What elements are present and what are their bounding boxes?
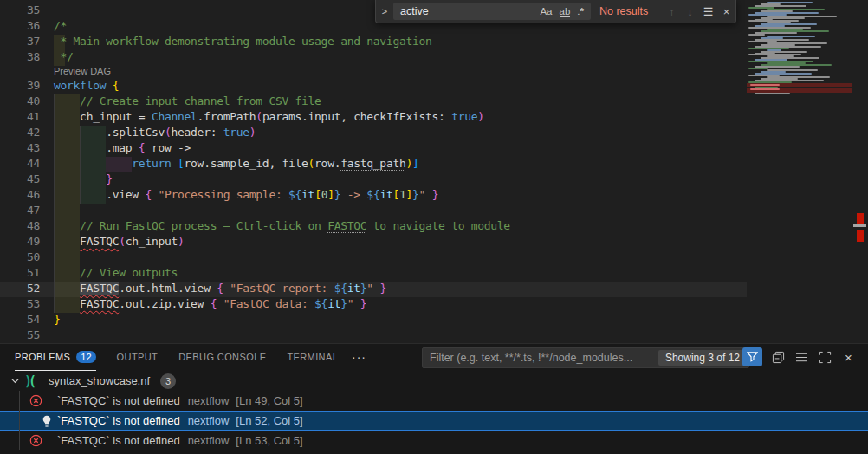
find-query[interactable]: active [400, 5, 536, 17]
problem-source: nextflow [188, 434, 230, 447]
find-in-selection-icon[interactable]: ☰ [699, 5, 717, 18]
problem-message: `FASTQC` is not defined [57, 434, 180, 447]
problem-source: nextflow [188, 394, 230, 407]
code-line[interactable]: 51 // View outputs [0, 266, 747, 282]
code-line[interactable]: 52 FASTQC.out.html.view { "FastQC report… [0, 282, 747, 297]
whole-word-icon[interactable]: ab [556, 5, 574, 17]
indent-tint [54, 250, 80, 266]
code-line[interactable]: 37 * Main workflow demonstrating module … [0, 35, 747, 50]
ruler-cursor-mark [853, 224, 866, 227]
bottom-panel: PROBLEMS12OUTPUTDEBUG CONSOLETERMINAL···… [0, 343, 868, 454]
find-results-status: No results [599, 5, 648, 17]
view-as-table-icon[interactable] [794, 350, 809, 365]
problems-count-badge: 12 [76, 351, 95, 363]
code-line[interactable]: 46 .view { "Processing sample: ${it[0]} … [0, 188, 747, 204]
line-number[interactable]: 47 [0, 204, 40, 217]
code-line-text: .map { row -> [54, 141, 191, 154]
panel-actions: × [771, 347, 856, 366]
codelens-row: Preview DAG [0, 66, 747, 79]
tree-indent-guide [19, 391, 20, 450]
code-line[interactable]: 55 [0, 328, 747, 343]
line-number[interactable]: 38 [0, 50, 40, 63]
line-number[interactable]: 41 [0, 110, 40, 123]
line-number[interactable]: 37 [0, 35, 40, 48]
line-number[interactable]: 36 [0, 19, 40, 32]
code-line-text: return [row.sample_id, file(row.fastq_pa… [54, 157, 419, 170]
chevron-down-icon[interactable] [10, 376, 21, 386]
tab-problems[interactable]: PROBLEMS12 [15, 344, 96, 371]
code-line[interactable]: 42 .splitCsv(header: true) [0, 126, 747, 141]
code-line[interactable]: 43 .map { row -> [0, 141, 747, 157]
problem-row[interactable]: `FASTQC` is not definednextflow[Ln 49, C… [0, 391, 868, 411]
line-number[interactable]: 43 [0, 141, 40, 154]
line-number[interactable]: 45 [0, 172, 40, 185]
code-line[interactable]: 38 */ [0, 50, 747, 66]
codelens-link[interactable]: Preview DAG [54, 66, 111, 76]
code-line-text: // View outputs [54, 266, 178, 279]
panel-header: PROBLEMS12OUTPUTDEBUG CONSOLETERMINAL···… [0, 344, 868, 371]
problems-filter-input[interactable]: Filter (e.g. text, **/*.ts, !**/node_mod… [422, 347, 749, 368]
problems-file-group[interactable]: )(syntax_showcase.nf3 [0, 371, 868, 391]
problem-row[interactable]: `FASTQC` is not definednextflow[Ln 52, C… [0, 411, 868, 431]
line-number[interactable]: 52 [0, 282, 40, 295]
code-line[interactable]: 47 [0, 204, 747, 219]
problems-file-count-badge: 3 [160, 373, 176, 389]
lightbulb-icon[interactable] [40, 414, 54, 428]
code-line[interactable]: 39workflow { [0, 79, 747, 94]
close-panel-icon[interactable]: × [841, 350, 856, 365]
next-match-icon[interactable]: ↓ [681, 5, 699, 18]
find-input[interactable]: active Aa ab .* [393, 3, 591, 20]
code-line-text: FASTQC(ch_input) [54, 235, 185, 248]
line-number[interactable]: 39 [0, 79, 40, 92]
panel-more-actions-icon[interactable]: ··· [352, 344, 366, 370]
vscode-window: 3536/*37 * Main workflow demonstrating m… [0, 0, 868, 454]
code-line[interactable]: 44 return [row.sample_id, file(row.fastq… [0, 157, 747, 172]
close-find-icon[interactable]: × [717, 5, 735, 18]
code-line-text: .view { "Processing sample: ${it[0]} -> … [54, 188, 438, 201]
tab-output[interactable]: OUTPUT [117, 344, 159, 371]
code-line[interactable]: 41 ch_input = Channel.fromPath(params.in… [0, 110, 747, 126]
code-line[interactable]: 54} [0, 313, 747, 328]
minimap-error-text [750, 84, 780, 86]
tab-debug-console[interactable]: DEBUG CONSOLE [178, 344, 266, 371]
code-line[interactable]: 45 } [0, 172, 747, 188]
problems-tree: )(syntax_showcase.nf3`FASTQC` is not def… [0, 371, 868, 451]
line-number[interactable]: 49 [0, 235, 40, 248]
line-number[interactable]: 48 [0, 219, 40, 232]
problem-row[interactable]: `FASTQC` is not definednextflow[Ln 53, C… [0, 431, 868, 451]
minimap-line [748, 34, 765, 36]
line-number[interactable]: 54 [0, 313, 40, 326]
find-toggle-chevron-icon[interactable]: > [376, 6, 393, 16]
line-number[interactable]: 35 [0, 3, 40, 16]
code-line-text: */ [54, 50, 74, 63]
error-icon [29, 394, 42, 408]
ruler-error-mark [857, 213, 864, 224]
overview-ruler[interactable] [852, 0, 868, 343]
collapse-all-icon[interactable] [771, 350, 786, 365]
code-line[interactable]: 48 // Run FastQC process – Ctrl-click on… [0, 219, 747, 235]
minimap[interactable] [747, 0, 852, 343]
code-editor[interactable]: 3536/*37 * Main workflow demonstrating m… [0, 0, 747, 343]
line-number[interactable]: 51 [0, 266, 40, 279]
tab-terminal[interactable]: TERMINAL [287, 344, 338, 371]
line-number[interactable]: 55 [0, 328, 40, 341]
line-number[interactable]: 50 [0, 250, 40, 263]
minimap-error-text [750, 88, 780, 90]
code-line-text: ch_input = Channel.fromPath(params.input… [54, 110, 484, 123]
code-line[interactable]: 50 [0, 250, 747, 266]
line-number[interactable]: 46 [0, 188, 40, 201]
line-number[interactable]: 53 [0, 297, 40, 310]
maximize-panel-icon[interactable] [818, 350, 832, 365]
line-number[interactable]: 40 [0, 94, 40, 107]
code-line[interactable]: 40 // Create input channel from CSV file [0, 94, 747, 110]
line-number[interactable]: 42 [0, 126, 40, 139]
code-line[interactable]: 49 FASTQC(ch_input) [0, 235, 747, 250]
code-line-text: } [54, 313, 61, 326]
code-line-text: // Run FastQC process – Ctrl-click on FA… [54, 219, 510, 232]
regex-icon[interactable]: .* [573, 5, 587, 17]
filter-funnel-icon[interactable] [742, 347, 762, 366]
code-line[interactable]: 53 FASTQC.out.zip.view { "FastQC data: $… [0, 297, 747, 313]
line-number[interactable]: 44 [0, 157, 40, 170]
previous-match-icon[interactable]: ↑ [663, 5, 681, 18]
match-case-icon[interactable]: Aa [536, 5, 555, 17]
